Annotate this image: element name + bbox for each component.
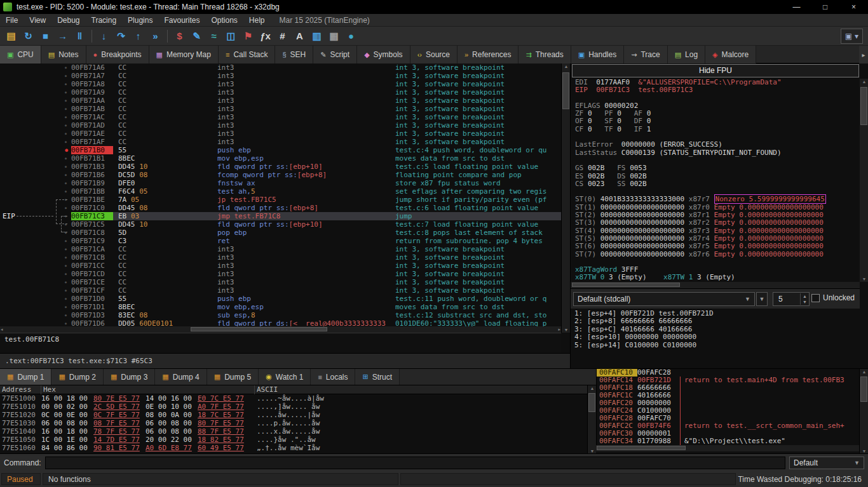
- disasm-row[interactable]: ●00FB71D055push ebptest.c:11 push word, …: [0, 295, 561, 303]
- tab-script[interactable]: ✎Script: [313, 46, 357, 63]
- scrollbar-thumb[interactable]: [572, 283, 680, 287]
- disasm-row[interactable]: ●00FB71BBF6C4 05test ah,5set eflags afte…: [0, 187, 561, 196]
- spinner-arrows-icon[interactable]: ▲▼: [800, 293, 809, 305]
- stack-horizontal-scrollbar[interactable]: [596, 445, 859, 451]
- stack-row[interactable]: 00FAFC1866666666: [597, 384, 859, 392]
- tab-struct[interactable]: ⊞Struct: [355, 369, 400, 385]
- scroll-up-icon[interactable]: ▲: [562, 64, 571, 69]
- convention-dropdown-button[interactable]: ▼: [756, 292, 768, 306]
- grid-icon[interactable]: ▦: [325, 28, 342, 44]
- layout-dropdown[interactable]: ▣ ▾: [841, 29, 863, 44]
- registers-vertical-scrollbar[interactable]: ▲ ▼: [860, 79, 868, 282]
- disasm-row[interactable]: ●00FB71ACCCint3int 3, software breakpoin…: [0, 113, 561, 121]
- close-button[interactable]: ×: [839, 0, 868, 14]
- menu-options[interactable]: Options: [205, 14, 243, 27]
- open-file-icon[interactable]: ▤: [3, 28, 20, 44]
- disasm-row[interactable]: ●00FB71C0DD45 08fld qword ptr ss:[ebp+8]…: [0, 204, 561, 212]
- register-line[interactable]: CF 0 TF 0 IF 1: [575, 126, 860, 133]
- disasm-row[interactable]: ●00FB71D18BECmov ebp,espmoves data from …: [0, 303, 561, 311]
- tab-dump-5[interactable]: ▦Dump 5: [207, 369, 259, 385]
- disasm-row[interactable]: ●00FB71CACCint3int 3, software breakpoin…: [0, 245, 561, 253]
- assemble-icon[interactable]: ✎: [188, 28, 205, 44]
- register-line[interactable]: LastStatus C0000139 (STATUS_ENTRYPOINT_N…: [575, 149, 860, 157]
- argument-row[interactable]: 4: [esp+10] 00000000 00000000: [574, 333, 860, 341]
- disasm-horizontal-scrollbar[interactable]: ◂ ▸: [0, 326, 561, 333]
- menu-view[interactable]: View: [24, 14, 51, 27]
- disasm-row[interactable]: ●00FB71AECCint3int 3, software breakpoin…: [0, 130, 561, 138]
- stack-row[interactable]: 00FAFC1400FB721Dreturn to test.main+4D f…: [597, 377, 859, 384]
- stop-icon[interactable]: ■: [37, 28, 54, 44]
- checkbox-icon[interactable]: [811, 294, 820, 302]
- register-line[interactable]: CS 0023 SS 002B: [575, 180, 860, 188]
- disasm-row[interactable]: ●00FB71A6CCint3int 3, software breakpoin…: [0, 63, 561, 72]
- tab-dump-3[interactable]: ▦Dump 3: [104, 369, 155, 385]
- disasm-row[interactable]: ●00FB71C3EB 03jmp test.FB71C8jump: [0, 212, 561, 220]
- dump-row[interactable]: 77E5100016 00 18 0080 7E E5 7714 00 16 0…: [0, 394, 587, 403]
- disasm-row[interactable]: ●00FB71ADCCint3int 3, software breakpoin…: [0, 121, 561, 130]
- disasm-row[interactable]: ●00FB71A8CCint3int 3, software breakpoin…: [0, 80, 561, 88]
- restart-icon[interactable]: ↻: [20, 28, 37, 44]
- menu-help[interactable]: Help: [243, 14, 271, 27]
- tab-threads[interactable]: ⇉Threads: [519, 46, 571, 63]
- tab-seh[interactable]: §SEH: [275, 46, 313, 63]
- disasm-row[interactable]: ●00FB71A9CCint3int 3, software breakpoin…: [0, 88, 561, 97]
- disasm-row[interactable]: ●00FB71B055push ebptest.c:4 push word, d…: [0, 146, 561, 154]
- tab-trace[interactable]: ⇝Trace: [624, 46, 667, 63]
- scroll-up-icon[interactable]: ▲: [860, 79, 868, 84]
- memory-compare-icon[interactable]: ≈: [205, 28, 222, 44]
- globe-icon[interactable]: ●: [342, 28, 360, 44]
- calling-convention-select[interactable]: Default (stdcall) ▼: [573, 292, 755, 306]
- stack-row[interactable]: 00FAFC3000000001: [597, 430, 859, 437]
- dump-row[interactable]: 77E510200C 00 0E 000C 7F E5 7708 00 0A 0…: [0, 411, 587, 419]
- pause-icon[interactable]: ‖: [71, 28, 88, 44]
- run-to-user-code-icon[interactable]: »: [147, 28, 164, 44]
- stack-row[interactable]: 00FAFC1000FAFC28: [597, 369, 859, 377]
- disasm-row[interactable]: ●00FB71CFCCint3int 3, software breakpoin…: [0, 286, 561, 295]
- breakpoint-flag-icon[interactable]: ⚑: [240, 28, 257, 44]
- dump-row[interactable]: 77E5104016 00 18 0078 7F E5 7706 00 08 0…: [0, 427, 587, 436]
- tab-malcore[interactable]: ◈Malcore: [705, 46, 756, 63]
- disasm-row[interactable]: ●00FB71B6DC5D 08fcomp qword ptr ss:[ebp+…: [0, 171, 561, 179]
- disasm-row[interactable]: ●00FB71D383EC 08sub esp,8test.c:12 subst…: [0, 311, 561, 319]
- tab-call-stack[interactable]: ≡Call Stack: [219, 46, 275, 63]
- stack-row[interactable]: 00FAFC2000000000: [597, 399, 859, 407]
- disasm-row[interactable]: ●00FB71C85Dpop ebptest.c:8 pops last ele…: [0, 229, 561, 237]
- scroll-down-icon[interactable]: ▼: [860, 277, 868, 281]
- menu-favourites[interactable]: Favourites: [158, 14, 205, 27]
- text-options-icon[interactable]: A: [291, 28, 308, 44]
- scroll-left-icon[interactable]: ◂: [1, 327, 3, 332]
- stack-row[interactable]: 00FAFC24C0100000: [597, 407, 859, 415]
- tab-watch-1[interactable]: ◉Watch 1: [259, 369, 311, 385]
- argument-count-spinner[interactable]: 5 ▲▼: [773, 292, 810, 306]
- scrollbar-thumb[interactable]: [860, 377, 867, 402]
- disasm-row[interactable]: ●00FB71B3DD45 10fld qword ptr ss:[ebp+10…: [0, 163, 561, 171]
- disasm-row[interactable]: ●00FB71B9DFE0fnstsw axstore x87 fpu stat…: [0, 179, 561, 187]
- execute-till-return-icon[interactable]: ↑: [130, 28, 147, 44]
- scroll-right-icon[interactable]: ▸: [558, 327, 560, 332]
- disasm-row[interactable]: ●00FB71CECCint3int 3, software breakpoin…: [0, 278, 561, 286]
- scroll-up-icon[interactable]: ▲: [588, 386, 597, 390]
- tab-locals[interactable]: ≡Locals: [311, 369, 355, 385]
- argument-row[interactable]: 5: [esp+14] C0100000 C0100000: [574, 342, 860, 349]
- unlocked-checkbox[interactable]: Unlocked: [811, 293, 855, 302]
- hash-icon[interactable]: #: [274, 28, 291, 44]
- tab-notes[interactable]: ▤Notes: [41, 46, 86, 63]
- stack-row[interactable]: 00FAFC2800FAFC70: [597, 415, 859, 422]
- hide-fpu-button[interactable]: Hide FPU: [572, 64, 859, 77]
- menu-tracing[interactable]: Tracing: [86, 14, 123, 27]
- stack-vertical-scrollbar[interactable]: ▲ ▼: [859, 369, 868, 454]
- stack-row[interactable]: 00FAFC1C40166666: [597, 392, 859, 399]
- functions-icon[interactable]: ƒx: [257, 28, 274, 44]
- disasm-row[interactable]: ●00FB71CCCCint3int 3, software breakpoin…: [0, 262, 561, 270]
- dump-row[interactable]: 77E510501C 00 1E 0014 7D E5 7720 00 22 0…: [0, 436, 587, 444]
- tab-dump-2[interactable]: ▦Dump 2: [51, 369, 103, 385]
- columns-icon[interactable]: ▥: [308, 28, 325, 44]
- disasm-row[interactable]: ●00FB71CBCCint3int 3, software breakpoin…: [0, 253, 561, 262]
- disasm-row[interactable]: ●00FB71CDCCint3int 3, software breakpoin…: [0, 270, 561, 278]
- stack-row[interactable]: 00FAFC3401770988&"D:\\Project\\test.exe": [597, 437, 859, 445]
- dump-header-address[interactable]: Address: [0, 385, 41, 394]
- disasm-row[interactable]: ●00FB71BE7A 05jp test.FB71C5jump short i…: [0, 196, 561, 204]
- minimize-button[interactable]: —: [782, 0, 811, 14]
- tab-memory-map[interactable]: ▦Memory Map: [149, 46, 219, 63]
- disasm-row[interactable]: ●00FB71AFCCint3int 3, software breakpoin…: [0, 138, 561, 146]
